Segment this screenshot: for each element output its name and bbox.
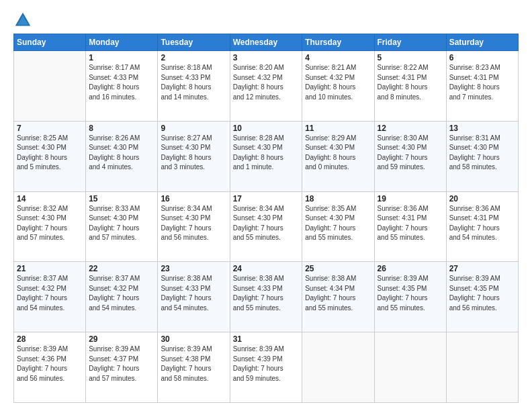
logo	[13, 11, 35, 30]
calendar-header-row: SundayMondayTuesdayWednesdayThursdayFrid…	[14, 34, 519, 51]
calendar-cell: 3Sunrise: 8:20 AM Sunset: 4:32 PM Daylig…	[230, 51, 302, 122]
day-info: Sunrise: 8:20 AM Sunset: 4:32 PM Dayligh…	[233, 63, 300, 102]
calendar-cell: 12Sunrise: 8:30 AM Sunset: 4:30 PM Dayli…	[374, 121, 446, 191]
calendar-cell: 29Sunrise: 8:39 AM Sunset: 4:37 PM Dayli…	[86, 332, 158, 403]
calendar-cell: 14Sunrise: 8:32 AM Sunset: 4:30 PM Dayli…	[14, 191, 86, 262]
day-number: 23	[161, 264, 226, 273]
calendar-cell: 23Sunrise: 8:38 AM Sunset: 4:33 PM Dayli…	[158, 262, 230, 332]
day-number: 18	[305, 194, 371, 203]
day-number: 27	[449, 264, 515, 273]
weekday-header: Saturday	[446, 34, 518, 51]
calendar-week-row: 7Sunrise: 8:25 AM Sunset: 4:30 PM Daylig…	[14, 121, 519, 191]
weekday-header: Wednesday	[230, 34, 302, 51]
day-info: Sunrise: 8:29 AM Sunset: 4:30 PM Dayligh…	[305, 134, 371, 173]
day-number: 9	[161, 124, 226, 133]
calendar-cell: 17Sunrise: 8:34 AM Sunset: 4:30 PM Dayli…	[230, 191, 302, 262]
calendar-cell: 9Sunrise: 8:27 AM Sunset: 4:30 PM Daylig…	[158, 121, 230, 191]
day-info: Sunrise: 8:21 AM Sunset: 4:32 PM Dayligh…	[305, 63, 371, 102]
day-number: 26	[378, 264, 443, 273]
day-number: 22	[89, 264, 154, 273]
calendar-cell: 8Sunrise: 8:26 AM Sunset: 4:30 PM Daylig…	[86, 121, 158, 191]
calendar-cell: 10Sunrise: 8:28 AM Sunset: 4:30 PM Dayli…	[230, 121, 302, 191]
day-info: Sunrise: 8:36 AM Sunset: 4:31 PM Dayligh…	[449, 204, 515, 243]
calendar-cell: 31Sunrise: 8:39 AM Sunset: 4:39 PM Dayli…	[230, 332, 302, 403]
calendar-table: SundayMondayTuesdayWednesdayThursdayFrid…	[13, 34, 519, 403]
calendar-week-row: 28Sunrise: 8:39 AM Sunset: 4:36 PM Dayli…	[14, 332, 519, 403]
calendar-cell: 7Sunrise: 8:25 AM Sunset: 4:30 PM Daylig…	[14, 121, 86, 191]
day-number: 15	[89, 194, 154, 203]
day-info: Sunrise: 8:39 AM Sunset: 4:37 PM Dayligh…	[89, 345, 154, 383]
day-number: 31	[233, 334, 300, 344]
day-info: Sunrise: 8:32 AM Sunset: 4:30 PM Dayligh…	[17, 204, 83, 243]
calendar-cell: 26Sunrise: 8:39 AM Sunset: 4:35 PM Dayli…	[374, 262, 446, 332]
calendar-cell: 11Sunrise: 8:29 AM Sunset: 4:30 PM Dayli…	[302, 121, 374, 191]
day-info: Sunrise: 8:35 AM Sunset: 4:30 PM Dayligh…	[305, 204, 371, 243]
calendar-cell	[374, 332, 446, 403]
day-info: Sunrise: 8:33 AM Sunset: 4:30 PM Dayligh…	[89, 204, 154, 243]
day-info: Sunrise: 8:30 AM Sunset: 4:30 PM Dayligh…	[378, 134, 443, 173]
day-info: Sunrise: 8:28 AM Sunset: 4:30 PM Dayligh…	[233, 134, 300, 173]
day-info: Sunrise: 8:39 AM Sunset: 4:39 PM Dayligh…	[233, 345, 300, 383]
day-info: Sunrise: 8:22 AM Sunset: 4:31 PM Dayligh…	[378, 63, 443, 102]
calendar-week-row: 14Sunrise: 8:32 AM Sunset: 4:30 PM Dayli…	[14, 191, 519, 262]
day-number: 28	[17, 334, 83, 344]
calendar-cell: 20Sunrise: 8:36 AM Sunset: 4:31 PM Dayli…	[446, 191, 518, 262]
day-info: Sunrise: 8:25 AM Sunset: 4:30 PM Dayligh…	[17, 134, 83, 173]
calendar-cell: 22Sunrise: 8:37 AM Sunset: 4:32 PM Dayli…	[86, 262, 158, 332]
day-number: 5	[378, 53, 443, 62]
weekday-header: Tuesday	[158, 34, 230, 51]
day-number: 17	[233, 194, 300, 203]
header	[13, 11, 519, 30]
weekday-header: Thursday	[302, 34, 374, 51]
day-info: Sunrise: 8:23 AM Sunset: 4:31 PM Dayligh…	[449, 63, 515, 102]
calendar-cell: 4Sunrise: 8:21 AM Sunset: 4:32 PM Daylig…	[302, 51, 374, 122]
day-info: Sunrise: 8:39 AM Sunset: 4:35 PM Dayligh…	[378, 274, 443, 313]
calendar-cell: 16Sunrise: 8:34 AM Sunset: 4:30 PM Dayli…	[158, 191, 230, 262]
day-info: Sunrise: 8:38 AM Sunset: 4:33 PM Dayligh…	[233, 274, 300, 313]
calendar-cell: 6Sunrise: 8:23 AM Sunset: 4:31 PM Daylig…	[446, 51, 518, 122]
calendar-cell: 27Sunrise: 8:39 AM Sunset: 4:35 PM Dayli…	[446, 262, 518, 332]
day-number: 2	[161, 53, 226, 62]
calendar-cell: 13Sunrise: 8:31 AM Sunset: 4:30 PM Dayli…	[446, 121, 518, 191]
day-info: Sunrise: 8:39 AM Sunset: 4:35 PM Dayligh…	[449, 274, 515, 313]
day-number: 7	[17, 124, 83, 133]
day-number: 14	[17, 194, 83, 203]
day-info: Sunrise: 8:37 AM Sunset: 4:32 PM Dayligh…	[89, 274, 154, 313]
weekday-header: Monday	[86, 34, 158, 51]
day-number: 13	[449, 124, 515, 133]
day-number: 30	[161, 334, 226, 344]
day-info: Sunrise: 8:39 AM Sunset: 4:36 PM Dayligh…	[17, 345, 83, 383]
day-number: 10	[233, 124, 300, 133]
day-info: Sunrise: 8:34 AM Sunset: 4:30 PM Dayligh…	[161, 204, 226, 243]
calendar-cell: 25Sunrise: 8:38 AM Sunset: 4:34 PM Dayli…	[302, 262, 374, 332]
day-info: Sunrise: 8:38 AM Sunset: 4:34 PM Dayligh…	[305, 274, 371, 313]
day-number: 24	[233, 264, 300, 273]
day-info: Sunrise: 8:37 AM Sunset: 4:32 PM Dayligh…	[17, 274, 83, 313]
calendar-cell: 21Sunrise: 8:37 AM Sunset: 4:32 PM Dayli…	[14, 262, 86, 332]
day-number: 6	[449, 53, 515, 62]
day-number: 3	[233, 53, 300, 62]
day-info: Sunrise: 8:26 AM Sunset: 4:30 PM Dayligh…	[89, 134, 154, 173]
calendar-cell: 30Sunrise: 8:39 AM Sunset: 4:38 PM Dayli…	[158, 332, 230, 403]
calendar-cell	[446, 332, 518, 403]
calendar-cell: 28Sunrise: 8:39 AM Sunset: 4:36 PM Dayli…	[14, 332, 86, 403]
day-number: 8	[89, 124, 154, 133]
day-number: 25	[305, 264, 371, 273]
calendar-cell: 24Sunrise: 8:38 AM Sunset: 4:33 PM Dayli…	[230, 262, 302, 332]
day-number: 12	[378, 124, 443, 133]
calendar-cell	[14, 51, 86, 122]
calendar-cell	[302, 332, 374, 403]
day-info: Sunrise: 8:17 AM Sunset: 4:33 PM Dayligh…	[89, 63, 154, 102]
day-number: 21	[17, 264, 83, 273]
page: SundayMondayTuesdayWednesdayThursdayFrid…	[0, 0, 532, 411]
day-info: Sunrise: 8:38 AM Sunset: 4:33 PM Dayligh…	[161, 274, 226, 313]
calendar-cell: 15Sunrise: 8:33 AM Sunset: 4:30 PM Dayli…	[86, 191, 158, 262]
day-number: 19	[378, 194, 443, 203]
calendar-cell: 1Sunrise: 8:17 AM Sunset: 4:33 PM Daylig…	[86, 51, 158, 122]
calendar-week-row: 21Sunrise: 8:37 AM Sunset: 4:32 PM Dayli…	[14, 262, 519, 332]
weekday-header: Sunday	[14, 34, 86, 51]
day-info: Sunrise: 8:39 AM Sunset: 4:38 PM Dayligh…	[161, 345, 226, 383]
day-number: 4	[305, 53, 371, 62]
calendar-cell: 18Sunrise: 8:35 AM Sunset: 4:30 PM Dayli…	[302, 191, 374, 262]
day-info: Sunrise: 8:36 AM Sunset: 4:31 PM Dayligh…	[378, 204, 443, 243]
